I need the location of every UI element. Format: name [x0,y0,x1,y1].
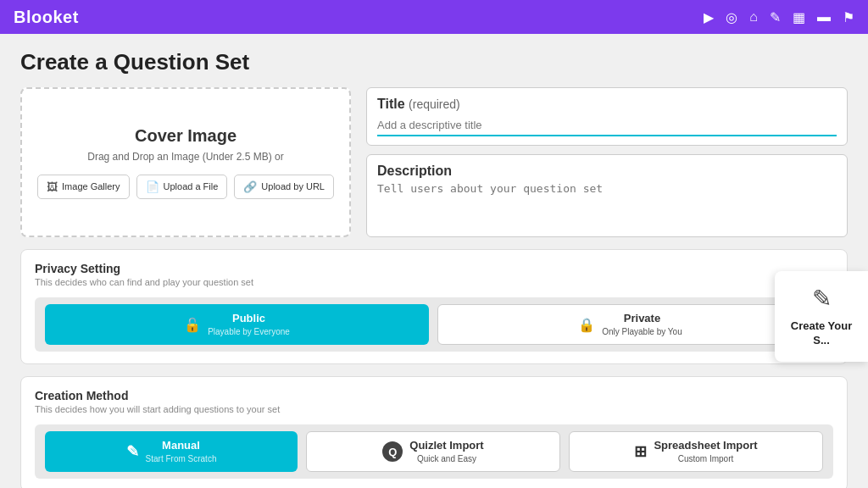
edit-icon[interactable]: ✎ [770,9,781,25]
unlock-icon: 🔓 [184,317,201,333]
private-option-button[interactable]: 🔒 Private Only Playable by You [437,304,823,345]
navbar: Blooket ▶ ◎ ⌂ ✎ ▦ ▬ ⚑ [0,0,868,34]
nav-icons: ▶ ◎ ⌂ ✎ ▦ ▬ ⚑ [704,9,854,25]
private-sublabel: Only Playable by You [602,327,682,336]
creation-title: Creation Method [35,389,833,402]
creation-options: ✎ Manual Start From Scratch Q Quizlet Im… [35,424,833,479]
spreadsheet-label: Spreadsheet Import [654,439,757,452]
spreadsheet-sublabel: Custom Import [678,454,734,463]
main-content: Create a Question Set Cover Image Drag a… [0,34,868,488]
manual-sublabel: Start From Scratch [146,454,217,463]
stats-icon[interactable]: ▦ [793,9,805,25]
title-label: Title (required) [377,97,837,112]
title-field-box: Title (required) [366,87,848,146]
home-icon[interactable]: ⌂ [749,9,758,25]
quizlet-label: Quizlet Import [409,439,483,452]
cover-image-box: Cover Image Drag and Drop an Image (Unde… [20,87,351,237]
public-label: Public [208,312,290,324]
cover-image-buttons: 🖼 Image Gallery 📄 Upload a File 🔗 Upload… [37,175,334,199]
cover-image-title: Cover Image [135,126,236,146]
upload-file-button[interactable]: 📄 Upload a File [136,175,228,199]
app-logo: Blooket [14,8,79,27]
page-title: Create a Question Set [20,49,848,75]
title-required: (required) [409,97,460,111]
quizlet-sublabel: Quick and Easy [417,454,476,463]
privacy-title: Privacy Setting [35,262,833,275]
creation-subtitle: This decides how you will start adding q… [35,404,833,414]
public-sublabel: Playable by Everyone [208,327,290,336]
manual-option-button[interactable]: ✎ Manual Start From Scratch [45,431,298,472]
creation-method-section: Creation Method This decides how you wil… [20,376,848,488]
cover-image-subtitle: Drag and Drop an Image (Under 2.5 MB) or [87,151,283,163]
flag-icon[interactable]: ⚑ [843,9,854,25]
privacy-setting-section: Privacy Setting This decides who can fin… [20,249,848,364]
manual-label: Manual [146,439,217,452]
explore-icon[interactable]: ◎ [726,9,737,25]
image-gallery-button[interactable]: 🖼 Image Gallery [37,175,129,199]
description-input[interactable] [377,182,837,225]
upload-url-button[interactable]: 🔗 Upload by URL [234,175,334,199]
image-gallery-label: Image Gallery [62,181,120,191]
description-field-box: Description [366,154,848,237]
upload-file-label: Upload a File [164,181,219,191]
manual-icon: ✎ [126,442,139,461]
private-label: Private [602,312,682,324]
floating-create-card[interactable]: ✎ Create Your S... [775,271,868,362]
link-icon: 🔗 [243,180,257,193]
public-option-button[interactable]: 🔓 Public Playable by Everyone [45,304,429,345]
gallery-icon: 🖼 [47,180,58,193]
description-label: Description [377,164,837,179]
title-input[interactable] [377,115,837,136]
privacy-options: 🔓 Public Playable by Everyone 🔒 Private … [35,297,833,352]
quizlet-option-button[interactable]: Q Quizlet Import Quick and Easy [306,431,560,472]
menu-icon[interactable]: ▬ [817,9,831,25]
lock-icon: 🔒 [578,317,595,333]
privacy-subtitle: This decides who can find and play your … [35,277,833,287]
title-description-section: Title (required) Description [366,87,848,237]
quizlet-icon: Q [382,441,403,462]
upload-url-label: Upload by URL [261,181,325,191]
floating-edit-icon: ✎ [812,285,832,313]
play-icon[interactable]: ▶ [704,9,714,25]
upload-file-icon: 📄 [146,180,159,193]
spreadsheet-icon: ⊞ [634,442,647,461]
floating-card-label: Create Your S... [783,319,860,348]
top-row: Cover Image Drag and Drop an Image (Unde… [20,87,848,237]
spreadsheet-option-button[interactable]: ⊞ Spreadsheet Import Custom Import [569,431,823,472]
